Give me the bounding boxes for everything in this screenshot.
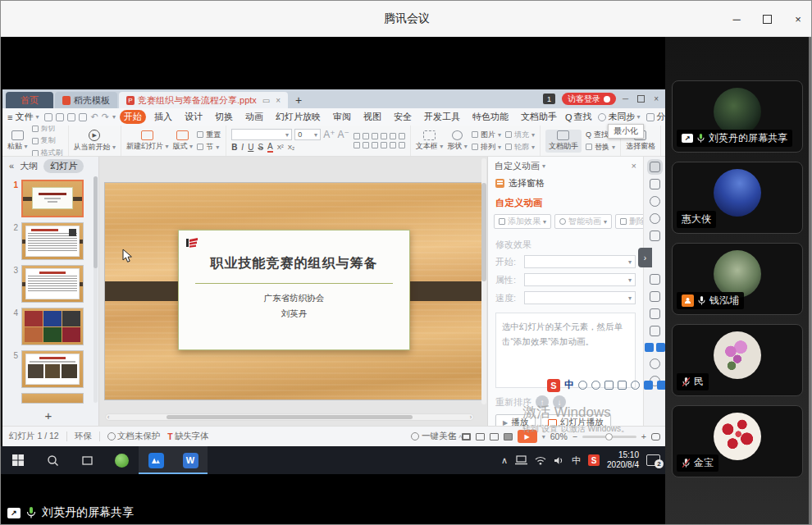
protect-status[interactable]: 文档未保护 (107, 431, 161, 442)
add-effect-button[interactable]: 添加效果▾ (494, 214, 551, 229)
align-center-icon[interactable] (363, 142, 369, 148)
copy-button[interactable]: 复制 (32, 135, 63, 146)
menu-tab-assistant[interactable]: 文档助手 (517, 110, 561, 124)
sogou-tray-icon[interactable]: S (588, 454, 600, 466)
find-button[interactable]: Q 查找 (565, 111, 592, 123)
share-button[interactable]: 分享 (646, 111, 665, 123)
ime-mic-icon[interactable] (604, 381, 614, 390)
slide-thumbnail-6[interactable] (21, 393, 84, 404)
notification-icon[interactable]: 2 (646, 454, 660, 466)
move-up-icon[interactable]: ↑ (536, 395, 549, 409)
menu-tab-devtools[interactable]: 开发工具 (420, 110, 464, 124)
new-slide-button[interactable]: 新建幻灯片 ▾ (126, 130, 169, 152)
zoom-slider[interactable] (582, 436, 636, 438)
pane-close-icon[interactable]: × (632, 161, 636, 171)
indent-increase-icon[interactable] (381, 133, 387, 139)
slideshow-play-button[interactable]: ▶ (518, 430, 537, 443)
taskbar-search-button[interactable] (35, 446, 70, 474)
replace-button[interactable]: 替换 ▾ (586, 142, 615, 153)
font-size-combo[interactable]: 0▾ (294, 129, 321, 140)
cut-button[interactable]: 剪切 (32, 126, 63, 134)
property-select[interactable]: ▾ (524, 273, 636, 286)
notes-icon[interactable]: ☰ (449, 431, 456, 441)
toolbox-icon[interactable] (656, 343, 665, 352)
ime-indicator[interactable]: 中 (572, 454, 581, 467)
participant-tile-host[interactable]: 钱泓埔 (672, 243, 803, 315)
add-slide-button[interactable]: + (2, 408, 94, 424)
font-color-button[interactable]: A (267, 142, 273, 153)
superscript-button[interactable]: X² (277, 144, 284, 151)
print-icon[interactable] (67, 113, 75, 121)
tab-document[interactable]: P 竞赛组织与筹备流程分享.pptx ▭ × (119, 92, 288, 108)
slider-tool-icon[interactable] (650, 274, 660, 285)
effects-tool-icon[interactable] (650, 196, 660, 207)
paste-button[interactable]: 粘贴 ▾ (7, 130, 28, 152)
archive-tool-icon[interactable] (650, 326, 660, 336)
menu-tab-security[interactable]: 安全 (390, 110, 416, 124)
taskbar-app-meeting[interactable] (139, 446, 173, 474)
menu-tab-review[interactable]: 审阅 (329, 110, 355, 124)
chevron-down-icon[interactable]: ▾ (542, 162, 545, 170)
guest-login-button[interactable]: 访客登录 (562, 93, 616, 105)
taskbar-app-green[interactable] (104, 446, 139, 474)
picture-button[interactable]: 图片 ▾ (472, 130, 501, 140)
line-spacing-icon[interactable] (399, 133, 405, 139)
bold-button[interactable]: B (231, 143, 237, 152)
menu-tab-transition[interactable]: 切换 (211, 110, 237, 124)
collapse-panel-icon[interactable]: « (9, 161, 14, 171)
hidden-icons-chevron[interactable]: ∧ (501, 455, 508, 466)
tab-close-icon[interactable]: × (276, 96, 281, 105)
menu-tab-animation[interactable]: 动画 (241, 110, 267, 124)
ime-user-icon[interactable] (631, 381, 640, 390)
undo-icon[interactable]: ↶ (90, 112, 98, 122)
indent-decrease-icon[interactable] (372, 133, 378, 139)
menu-tab-slideshow[interactable]: 幻灯片放映 (271, 110, 325, 124)
minimize-icon[interactable]: ─ (730, 13, 743, 25)
output-icon[interactable] (56, 113, 64, 121)
outline-tab[interactable]: 大纲 (20, 160, 38, 172)
slide-canvas[interactable]: 职业技能竞赛的组织与筹备 广东省纺织协会 刘英丹 (105, 183, 485, 399)
column-view-icon[interactable] (490, 433, 499, 441)
slide-thumbnail-4[interactable] (21, 308, 84, 345)
preview-icon[interactable] (79, 113, 87, 121)
slide-thumbnail-5[interactable] (21, 350, 84, 388)
reset-button[interactable]: 重置 (197, 130, 221, 140)
device-icon[interactable] (515, 455, 527, 465)
participant-tile[interactable]: 金宝 (672, 405, 803, 477)
zoom-level[interactable]: 60% (550, 431, 568, 441)
section-button[interactable]: 节 ▾ (197, 142, 221, 153)
italic-button[interactable]: I (241, 143, 244, 152)
participant-tile[interactable]: 惠大侠 (672, 162, 803, 234)
ime-keyboard-icon[interactable] (618, 381, 627, 390)
move-down-icon[interactable]: ↓ (553, 395, 566, 409)
play-from-current-button[interactable]: ▶从当前开始 ▾ (74, 130, 116, 153)
subscript-button[interactable]: X₂ (288, 144, 294, 151)
export-tool-icon[interactable] (650, 308, 660, 319)
start-button[interactable] (1, 446, 35, 474)
strike-button[interactable]: S (258, 143, 263, 152)
missing-fonts-status[interactable]: T缺失字体 (167, 431, 208, 442)
slides-tab[interactable]: 幻灯片 (43, 159, 84, 173)
wps-close-icon[interactable]: × (654, 94, 659, 103)
expand-pane-handle[interactable]: › (638, 248, 652, 267)
ime-clock-icon[interactable] (591, 381, 600, 390)
redo-icon[interactable]: ↷ (102, 112, 109, 122)
shape-button[interactable]: 形状 ▾ (447, 130, 468, 152)
align-right-icon[interactable] (372, 142, 378, 148)
menu-tab-insert[interactable]: 插入 (150, 110, 176, 124)
bullets-icon[interactable] (354, 133, 360, 139)
selection-pane-link[interactable]: 选择窗格 (488, 175, 643, 191)
wps-restore-icon[interactable] (637, 95, 645, 103)
justify-icon[interactable] (381, 142, 387, 148)
pin-icon[interactable]: ▭ (262, 96, 270, 105)
chevron-down-icon[interactable]: ▾ (112, 113, 116, 121)
menu-tab-view[interactable]: 视图 (359, 110, 385, 124)
wps-minimize-icon[interactable]: ─ (623, 94, 628, 103)
animation-tool-icon[interactable] (650, 162, 660, 172)
increase-font-icon[interactable]: A⁺ (323, 129, 335, 140)
zoom-out-icon[interactable]: − (573, 431, 577, 441)
underline-button[interactable]: U (248, 143, 253, 152)
slide-thumbnail-1[interactable] (21, 180, 84, 217)
menu-tab-start[interactable]: 开始 (120, 110, 146, 124)
speaker-icon[interactable] (554, 456, 564, 465)
